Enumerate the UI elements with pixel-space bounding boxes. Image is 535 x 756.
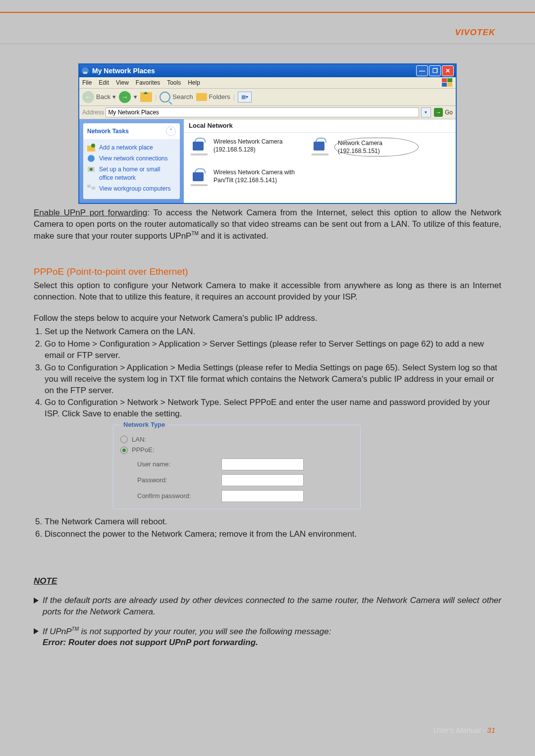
steps-intro: Follow the steps below to acquire your N…	[34, 313, 501, 324]
confirm-password-input[interactable]	[221, 490, 304, 502]
password-input[interactable]	[221, 474, 304, 486]
svg-point-10	[90, 168, 93, 171]
svg-rect-3	[447, 78, 452, 82]
menu-help[interactable]: Help	[188, 79, 200, 87]
search-icon	[160, 92, 170, 102]
sidebar-item-add-place[interactable]: Add a network place	[87, 142, 176, 153]
network-places-icon	[81, 67, 89, 75]
add-place-icon	[87, 144, 95, 151]
menu-view[interactable]: View	[116, 79, 129, 87]
fieldset-legend: Network Type	[120, 420, 168, 429]
triangle-bullet-icon	[34, 598, 39, 604]
toolbar: ←Back ▾ → ▾ | Search Folders | ▦▾	[79, 89, 456, 106]
step-item: Go to Configuration > Network > Network …	[45, 397, 501, 420]
step-item: Go to Home > Configuration > Application…	[45, 339, 501, 361]
folder-icon	[196, 93, 207, 101]
note-item: If the default ports are already used by…	[34, 595, 501, 618]
note-header: NOTE	[34, 576, 501, 587]
folders-button[interactable]: Folders	[196, 93, 230, 101]
menu-bar: File Edit View Favorites Tools Help	[79, 77, 456, 89]
network-type-fieldset: Network Type LAN: PPPoE: User name: Pass…	[113, 425, 361, 509]
radio-lan[interactable]: LAN:	[120, 435, 353, 444]
step-item: Go to Configuration > Application > Medi…	[45, 362, 501, 397]
steps-list: Set up the Network Camera on the LAN. Go…	[34, 326, 501, 420]
triangle-bullet-icon	[34, 628, 39, 634]
window-close-button[interactable]: ✕	[442, 65, 454, 76]
camera-icon	[189, 168, 210, 186]
address-input[interactable]	[106, 107, 419, 117]
brand-label: VIVOTEK	[455, 28, 495, 38]
camera-icon	[189, 138, 210, 155]
camera-icon	[310, 138, 330, 155]
workgroup-icon	[87, 185, 95, 193]
address-dropdown[interactable]: ▾	[421, 107, 431, 117]
sidebar-item-view-connections[interactable]: View network connections	[87, 153, 176, 164]
menu-file[interactable]: File	[82, 79, 92, 87]
view-selector[interactable]: ▦▾	[238, 92, 252, 102]
window-titlebar: My Network Places — ❐ ✕	[79, 64, 456, 77]
confirm-password-label: Confirm password:	[137, 492, 221, 501]
windows-flag-icon	[442, 78, 453, 87]
menu-edit[interactable]: Edit	[99, 79, 109, 87]
device-item[interactable]: Wireless Network Camera (192.168.5.128)	[189, 138, 298, 156]
svg-rect-11	[87, 185, 91, 188]
menu-favorites[interactable]: Favorites	[136, 79, 160, 87]
go-button[interactable]: →Go	[434, 108, 453, 117]
note-error-text: Error: Router does not support UPnP port…	[43, 638, 258, 647]
step-item: Disconnect the power to the Network Came…	[45, 529, 501, 540]
sidebar-item-view-workgroup[interactable]: View workgroup computers	[87, 183, 176, 194]
page-footer: User's Manual - 31	[433, 726, 495, 734]
connections-icon	[87, 154, 95, 162]
collapse-icon[interactable]: ˆ	[166, 126, 176, 136]
upnp-paragraph: Enable UPnP port forwarding: To access t…	[34, 207, 501, 242]
device-item[interactable]: Network Camera (192.168.5.151)	[310, 138, 419, 156]
back-button[interactable]: ←Back ▾	[82, 91, 116, 103]
svg-point-7	[91, 144, 95, 148]
group-header: Local Network	[184, 119, 456, 133]
window-minimize-button[interactable]: —	[416, 65, 428, 76]
svg-rect-12	[92, 187, 95, 190]
svg-rect-5	[447, 83, 452, 87]
svg-rect-2	[442, 78, 447, 82]
menu-tools[interactable]: Tools	[167, 79, 181, 87]
address-label: Address	[82, 108, 104, 116]
device-item[interactable]: Wireless Network Camera with Pan/Tilt (1…	[189, 168, 298, 186]
window-title: My Network Places	[92, 66, 155, 76]
password-label: Password:	[137, 476, 221, 485]
up-button[interactable]	[140, 92, 152, 102]
step-item: Set up the Network Camera on the LAN.	[45, 326, 501, 338]
username-label: User name:	[137, 460, 221, 469]
setup-network-icon	[87, 165, 95, 173]
svg-rect-1	[83, 72, 87, 74]
explorer-window: My Network Places — ❐ ✕ File Edit View F…	[79, 64, 456, 203]
pppoe-heading: PPPoE (Point-to-point over Ethernet)	[34, 265, 501, 278]
tasks-sidebar: Network Tasks ˆ Add a network place View…	[79, 119, 184, 203]
step-item: The Network Camera will reboot.	[45, 516, 501, 528]
steps-list-tail: The Network Camera will reboot. Disconne…	[34, 516, 501, 540]
forward-button[interactable]: →	[119, 91, 131, 103]
sidebar-header: Network Tasks ˆ	[83, 123, 180, 139]
pppoe-intro: Select this option to configure your Net…	[34, 280, 501, 303]
username-input[interactable]	[221, 458, 304, 470]
sidebar-item-setup-network[interactable]: Set up a home or small office network	[87, 164, 176, 183]
svg-point-8	[88, 155, 95, 162]
note-item: If UPnPTM is not supported by your route…	[34, 626, 501, 649]
radio-pppoe[interactable]: PPPoE:	[120, 446, 353, 454]
address-bar: Address ▾ →Go	[79, 106, 456, 119]
svg-rect-4	[442, 83, 447, 87]
explorer-main: Local Network Wireless Network Camera (1…	[184, 119, 456, 203]
window-maximize-button[interactable]: ❐	[429, 65, 441, 76]
go-arrow-icon: →	[434, 108, 443, 117]
page-number: 31	[487, 726, 495, 734]
search-button[interactable]: Search	[160, 92, 193, 102]
page-header: VIVOTEK	[0, 12, 535, 44]
